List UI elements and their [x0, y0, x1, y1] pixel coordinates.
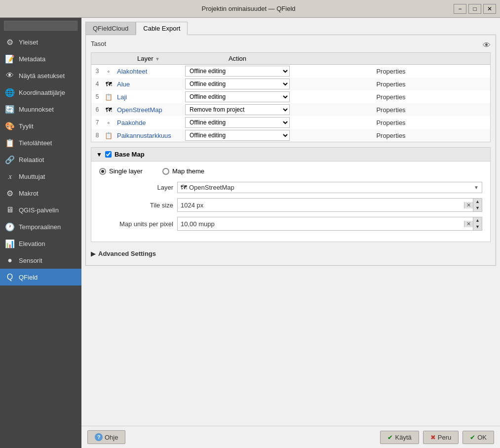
sidebar-item-tietolah[interactable]: 📋 Tietolähteet — [0, 134, 81, 151]
apply-icon: ✔ — [387, 434, 393, 441]
sidebar-label-koordinaatti: Koordinaattijärje — [19, 89, 65, 96]
sidebar-item-temporaali[interactable]: 🕐 Temporaalinen — [0, 218, 81, 235]
map-units-form-row: Map units per pixel ✕ ▲ ▼ — [99, 217, 482, 231]
action-dropdown[interactable]: Remove from projectOffline editingNo act… — [185, 104, 290, 115]
row-num: 5 — [91, 90, 103, 103]
radio-single-layer[interactable]: Single layer — [99, 167, 143, 175]
sidebar-icon-qfield: Q — [5, 272, 15, 282]
col-props-header — [292, 53, 490, 65]
tile-size-up-button[interactable]: ▲ — [473, 199, 482, 205]
tile-size-spinners: ▲ ▼ — [473, 199, 482, 211]
row-icon-cell: 🗺 — [103, 78, 114, 90]
sidebar-label-nayta: Näytä asetukset — [19, 72, 65, 80]
col-layer-header: Layer ▼ — [114, 53, 183, 65]
maximize-button[interactable]: □ — [468, 4, 481, 14]
layer-combo[interactable]: 🗺 OpenStreetMap ▼ — [177, 182, 482, 193]
action-buttons: ✔ Käytä ✖ Peru ✔ OK — [380, 431, 494, 444]
layer-value: OpenStreetMap — [189, 184, 472, 191]
ok-button[interactable]: ✔ OK — [462, 431, 494, 444]
window-controls: − □ ✕ — [454, 4, 496, 14]
tile-size-down-button[interactable]: ▼ — [473, 205, 482, 211]
search-input[interactable] — [4, 21, 77, 31]
map-units-down-button[interactable]: ▼ — [473, 224, 482, 230]
map-units-label: Map units per pixel — [99, 220, 173, 228]
action-dropdown[interactable]: Offline editingRemove from projectNo act… — [185, 91, 290, 102]
base-map-radio-group: Single layer Map theme — [99, 167, 482, 175]
sidebar-item-makrot[interactable]: ⚙ Makrot — [0, 185, 81, 202]
close-button[interactable]: ✕ — [483, 4, 496, 14]
collapse-arrow-icon: ▼ — [96, 151, 102, 158]
advanced-settings-label: Advanced Settings — [98, 250, 156, 257]
properties-button[interactable]: Properties — [292, 80, 490, 89]
map-units-clear-button[interactable]: ✕ — [464, 221, 473, 227]
radio-single-layer-label: Single layer — [109, 167, 143, 175]
map-units-input[interactable] — [178, 219, 464, 229]
layers-section-header: Tasot 👁 — [91, 40, 491, 50]
layer-name-cell: Laji — [114, 90, 183, 103]
bottom-bar: ? Ohje ✔ Käytä ✖ Peru ✔ OK — [81, 426, 500, 448]
layer-form-row: Layer 🗺 OpenStreetMap ▼ — [99, 182, 482, 193]
cancel-button[interactable]: ✖ Peru — [423, 431, 459, 444]
properties-button[interactable]: Properties — [292, 67, 490, 76]
sidebar-item-metadata[interactable]: 📝 Metadata — [0, 50, 81, 67]
layer-icon: 🗺 — [106, 81, 112, 88]
properties-cell: Properties — [292, 116, 490, 129]
apply-button[interactable]: ✔ Käytä — [380, 431, 419, 444]
properties-cell: Properties — [292, 78, 490, 90]
action-cell: Offline editingRemove from projectNo act… — [183, 90, 292, 103]
row-icon-cell: ◦ — [103, 65, 114, 78]
help-button[interactable]: ? Ohje — [87, 430, 125, 444]
sidebar-item-muuttujat[interactable]: 𝑥 Muuttujat — [0, 168, 81, 185]
sidebar-label-qfield: QField — [19, 274, 38, 281]
action-dropdown[interactable]: Offline editingRemove from projectNo act… — [185, 117, 290, 128]
minimize-button[interactable]: − — [454, 4, 466, 14]
apply-label: Käytä — [395, 434, 411, 441]
radio-map-theme[interactable]: Map theme — [162, 167, 204, 175]
combo-arrow-icon: ▼ — [474, 185, 479, 190]
sidebar-icon-tietolah: 📋 — [5, 138, 15, 148]
sidebar-item-elevation[interactable]: 📊 Elevation — [0, 235, 81, 252]
title-bar: Projektin ominaisuudet — QField − □ ✕ — [0, 0, 500, 18]
layers-settings-icon[interactable]: 👁 — [483, 41, 491, 50]
tile-size-clear-button[interactable]: ✕ — [464, 202, 473, 208]
sidebar-item-muunnokset[interactable]: 🔄 Muunnokset — [0, 101, 81, 118]
sidebar-item-koordinaatti[interactable]: 🌐 Koordinaattijärje — [0, 84, 81, 101]
table-row: 3 ◦ Alakohteet Offline editingRemove fro… — [91, 65, 490, 78]
sidebar-icon-qgis: 🖥 — [5, 205, 15, 215]
tab-qfieldcloud[interactable]: QFieldCloud — [85, 22, 136, 35]
main-window: ⚙ Yleiset 📝 Metadata 👁 Näytä asetukset 🌐… — [0, 18, 500, 448]
sidebar-label-relaatiot: Relaatiot — [19, 156, 44, 163]
base-map-header[interactable]: ▼ Base Map — [91, 148, 490, 162]
tile-size-input[interactable] — [178, 200, 464, 210]
advanced-settings-section[interactable]: ▶ Advanced Settings — [91, 247, 491, 260]
action-cell: Offline editingRemove from projectNo act… — [183, 65, 292, 78]
layer-control: 🗺 OpenStreetMap ▼ — [177, 182, 482, 193]
base-map-checkbox[interactable] — [105, 151, 112, 158]
properties-button[interactable]: Properties — [292, 105, 490, 115]
tab-cable-export[interactable]: Cable Export — [136, 22, 188, 35]
map-units-up-button[interactable]: ▲ — [473, 217, 482, 224]
table-row: 8 📋 Paikannustarkkuus Offline editingRem… — [91, 129, 490, 142]
advanced-arrow-icon: ▶ — [91, 250, 95, 257]
layer-name-cell: Paikannustarkkuus — [114, 129, 183, 142]
sidebar-item-relaatiot[interactable]: 🔗 Relaatiot — [0, 151, 81, 168]
layers-table-scroll[interactable]: Layer ▼ Action 3 ◦ Alakohteet Offlin — [91, 52, 491, 142]
sidebar-item-tyylit[interactable]: 🎨 Tyylit — [0, 118, 81, 134]
layer-name-cell: Alakohteet — [114, 65, 183, 78]
properties-button[interactable]: Properties — [292, 118, 490, 127]
sidebar-item-qgis[interactable]: 🖥 QGIS-palvelin — [0, 202, 81, 218]
action-dropdown[interactable]: Offline editingRemove from projectNo act… — [185, 66, 290, 77]
properties-cell: Properties — [292, 103, 490, 116]
layer-name-cell: OpenStreetMap — [114, 103, 183, 116]
sidebar-item-nayta[interactable]: 👁 Näytä asetukset — [0, 67, 81, 84]
properties-button[interactable]: Properties — [292, 131, 490, 140]
table-row: 7 ◦ Paakohde Offline editingRemove from … — [91, 116, 490, 129]
sidebar-item-yleiset[interactable]: ⚙ Yleiset — [0, 34, 81, 50]
sidebar-item-qfield[interactable]: Q QField — [0, 269, 81, 285]
cancel-label: Peru — [438, 434, 451, 441]
properties-cell: Properties — [292, 129, 490, 142]
properties-button[interactable]: Properties — [292, 92, 490, 102]
action-dropdown[interactable]: Offline editingRemove from projectNo act… — [185, 79, 290, 89]
sidebar-item-sensorit[interactable]: ● Sensorit — [0, 252, 81, 269]
action-dropdown[interactable]: Offline editingRemove from projectNo act… — [185, 130, 290, 141]
